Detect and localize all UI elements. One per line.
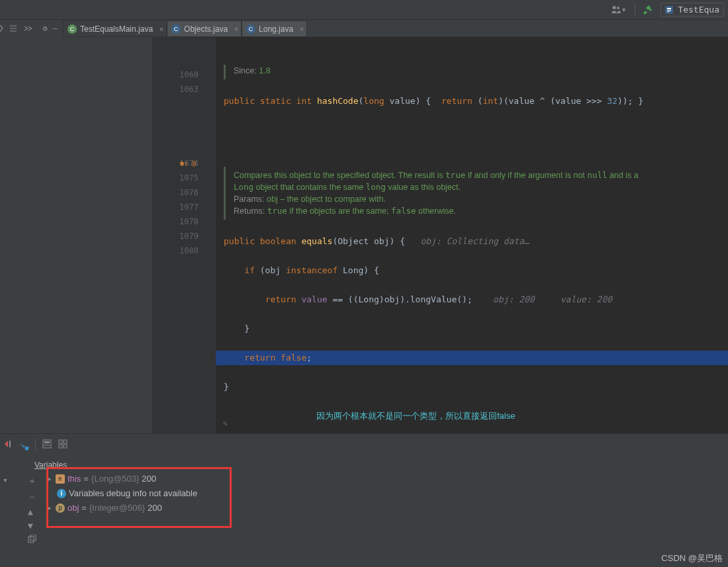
class-icon: C [171,24,181,34]
restart-frame-icon[interactable] [4,439,13,451]
build-icon[interactable] [641,4,655,16]
field-icon: ≡ [56,474,65,484]
variable-info: i Variables debug info not available [46,487,197,500]
svg-rect-4 [44,441,50,443]
structure-strip [63,37,152,433]
svg-point-7 [48,445,50,446]
class-icon: C [246,24,255,34]
watermark: CSDN @吴巴格 [661,552,723,564]
info-icon: i [57,489,66,498]
param-icon: p [56,503,65,513]
tab-objects[interactable]: C Objects.java × [167,21,242,36]
project-sidebar: ⚙ — [0,20,63,433]
svg-rect-11 [64,445,67,448]
add-watch-icon[interactable]: ＋ [28,475,36,487]
inline-hint: obj: 200 [493,294,535,304]
move-up-icon[interactable]: ▲ [28,507,36,517]
calculator-icon[interactable] [42,439,52,451]
editor-area[interactable]: 1060 1063 1074●↑ @ 1075 1076 1077 1078 1… [63,37,728,433]
variables-title: Variables [34,460,67,470]
chevron-right-icon[interactable]: ▶ [46,472,53,486]
copy-icon[interactable] [28,535,36,543]
close-icon[interactable]: × [159,25,163,33]
expand-icon[interactable] [9,24,18,33]
variable-row[interactable]: ▶ p obj = {Integer@506} 200 [46,502,197,515]
variable-row[interactable]: ▶ ≡ this = {Long@503} 200 [46,472,197,486]
editor-tabs: C TestEqualsMain.java × C Objects.java ×… [63,20,728,37]
hide-icon[interactable]: — [53,24,58,33]
debugger-panel: ↘■ Variables ▾ ＋ － ▲ ▼ ▶ ≡ this = {Long@… [0,433,728,567]
main-toolbar: ▾ TestEqua [0,0,728,20]
users-icon[interactable]: ▾ [608,3,629,16]
tab-label: Objects.java [184,24,228,34]
override-marker[interactable]: ●↑ @ [180,156,196,171]
tab-testequalsmain[interactable]: C TestEqualsMain.java × [63,21,167,36]
close-icon[interactable]: × [300,25,304,33]
javadoc-block: Since: 1.8 [224,65,647,79]
line-gutter: 1060 1063 1074●↑ @ 1075 1076 1077 1078 1… [152,37,216,433]
inline-hint: obj: Collecting data… [420,236,529,246]
remove-watch-icon[interactable]: － [28,491,36,503]
step-icon[interactable]: ↘■ [20,439,28,451]
move-down-icon[interactable]: ▼ [28,521,36,531]
run-config-select[interactable]: TestEqua [660,3,724,17]
svg-rect-12 [28,537,34,543]
tab-label: TestEqualsMain.java [80,24,153,34]
chevron-right-icon[interactable]: ▶ [46,502,53,515]
target-icon[interactable] [0,24,3,33]
svg-point-6 [46,445,48,446]
svg-rect-13 [30,535,36,541]
inline-hint: value: 200 [561,294,612,304]
svg-rect-8 [59,440,62,443]
svg-rect-10 [59,445,62,448]
current-exec-line: return false; [216,351,728,365]
collapse-icon[interactable] [23,24,32,33]
gear-icon[interactable]: ⚙ [43,24,48,33]
svg-rect-3 [43,440,51,448]
svg-point-5 [44,445,46,446]
variables-tree[interactable]: ▶ ≡ this = {Long@503} 200 i Variables de… [46,472,197,516]
tab-long[interactable]: C Long.java × [242,21,307,36]
close-icon[interactable]: × [234,25,238,33]
dropdown-icon[interactable]: ▾ [3,475,8,485]
javadoc-block: Compares this object to the specified ob… [224,167,647,220]
class-icon: C [68,24,77,34]
layout-icon[interactable] [58,439,68,451]
tab-label: Long.java [259,24,293,34]
user-annotation: 因为两个根本就不是同一个类型，所以直接返回false [316,411,515,421]
svg-rect-9 [64,440,67,443]
code-content[interactable]: Since: 1.8 public static int hashCode(lo… [216,37,728,433]
run-config-label: TestEqua [678,5,719,15]
